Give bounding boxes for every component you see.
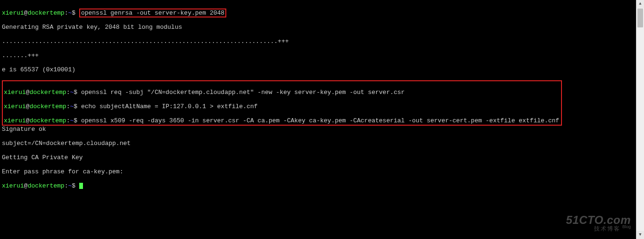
arrow-down-icon: ▼ [639, 231, 641, 239]
command-text: openssl x509 -req -days 3650 -in server.… [81, 117, 559, 124]
prompt-host: dockertemp [28, 9, 65, 17]
output-line: ........................................… [2, 38, 642, 45]
watermark-logo-text: 51CTO.com [566, 216, 631, 223]
watermark: 51CTO.com 技术博客 Blog [566, 216, 631, 232]
scroll-down-button[interactable]: ▼ [636, 231, 644, 239]
output-line: Enter pass phrase for ca-key.pem: [2, 168, 642, 175]
scroll-thumb[interactable] [637, 9, 643, 27]
command-text: openssl genrsa -out server-key.pem 2048 [81, 9, 224, 17]
arrow-up-icon: ▲ [639, 0, 641, 8]
command-text: echo subjectAltName = IP:127.0.0.1 > ext… [81, 103, 257, 110]
output-line: Generating RSA private key, 2048 bit lon… [2, 24, 642, 31]
terminal-output[interactable]: xierui@dockertemp:~$ openssl genrsa -out… [0, 0, 644, 198]
output-line: e is 65537 (0x10001) [2, 66, 642, 73]
prompt-user: xierui [2, 9, 24, 17]
output-line: Signature ok [2, 126, 642, 133]
watermark-tag: Blog [622, 224, 631, 229]
highlighted-command-1: openssl genrsa -out server-key.pem 2048 [79, 9, 226, 17]
command-text: openssl req -subj "/CN=dockertemp.clouda… [81, 89, 405, 96]
cursor [79, 183, 83, 189]
output-line: .......+++ [2, 52, 642, 59]
output-line: Getting CA Private Key [2, 154, 642, 161]
watermark-subtitle: 技术博客 [594, 225, 620, 232]
prompt-symbol: $ [72, 9, 75, 17]
highlighted-command-block: xierui@dockertemp:~$ openssl req -subj "… [2, 80, 562, 126]
output-line: subject=/CN=dockertemp.cloudapp.net [2, 140, 642, 147]
scroll-up-button[interactable]: ▲ [636, 0, 644, 8]
vertical-scrollbar[interactable]: ▲ ▼ [636, 0, 644, 239]
